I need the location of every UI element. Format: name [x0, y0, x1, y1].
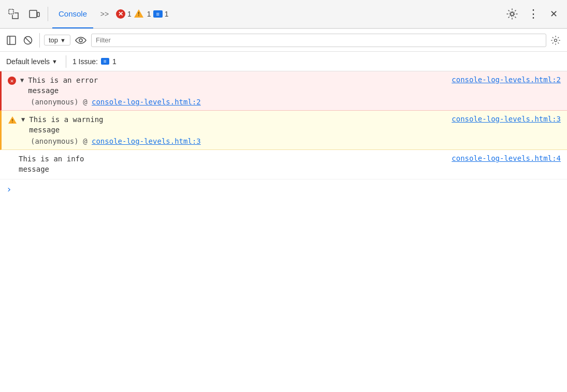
issues-prefix: 1 Issue:: [72, 57, 98, 66]
toolbar-divider-1: [48, 7, 48, 21]
warning-count: 1: [147, 10, 151, 18]
warning-icon: !: [8, 116, 17, 126]
info-source-link[interactable]: console-log-levels.html:4: [452, 154, 561, 162]
info-count-icon: ≡: [153, 10, 163, 18]
issues-badge: 1 Issue: ≡ 1: [72, 57, 117, 66]
console-area: ✕ ▼ This is an errormessage console-log-…: [0, 71, 567, 199]
warning-stack-prefix: (anonymous) @: [31, 137, 92, 145]
svg-rect-1: [30, 10, 37, 18]
settings-gear-btn[interactable]: [503, 5, 521, 23]
more-options-icon: ⋮: [528, 7, 539, 21]
error-message-text: This is an errormessage: [28, 76, 447, 96]
prompt-row: ›: [0, 179, 567, 199]
svg-text:!: !: [138, 11, 139, 17]
more-tabs-btn[interactable]: >>: [95, 5, 114, 23]
info-message-text: This is an infomessage: [6, 154, 447, 174]
sidebar-icon: [7, 36, 16, 45]
error-stack-link[interactable]: console-log-levels.html:2: [92, 98, 201, 106]
prompt-caret-icon[interactable]: ›: [6, 184, 12, 194]
info-count: 1: [165, 10, 169, 18]
toolbar-divider-2: [39, 33, 40, 48]
error-expand-arrow[interactable]: ▼: [20, 77, 24, 84]
top-toolbar: Console >> ✕ 1 ! 1 ≡ 1 ⋮: [0, 0, 567, 29]
info-badge: ≡ 1: [153, 10, 169, 18]
more-options-btn[interactable]: ⋮: [524, 5, 542, 23]
inspect-icon: [8, 8, 19, 20]
svg-rect-0: [9, 9, 13, 14]
warning-message-row: ! ▼ This is a warningmessage console-log…: [0, 111, 567, 150]
ban-icon: [23, 36, 33, 45]
error-count: 1: [127, 10, 132, 18]
default-levels-btn[interactable]: Default levels ▼: [4, 57, 60, 66]
warning-stack-link[interactable]: console-log-levels.html:3: [92, 137, 201, 145]
console-toolbar: top ▼: [0, 29, 567, 52]
warning-stack-trace: (anonymous) @ console-log-levels.html:3: [8, 137, 561, 145]
svg-point-5: [511, 12, 514, 16]
warning-source-link[interactable]: console-log-levels.html:3: [452, 115, 561, 123]
eye-icon: [75, 36, 86, 44]
device-icon: [28, 8, 40, 20]
dropdown-arrow-icon: ▼: [60, 37, 66, 43]
warning-triangle-icon: !: [134, 9, 144, 20]
filter-input[interactable]: [91, 34, 546, 47]
error-icon: ✕: [8, 77, 16, 85]
warning-expand-arrow[interactable]: ▼: [21, 116, 25, 123]
chevron-right-icon: >>: [100, 10, 109, 18]
close-icon: ✕: [550, 8, 558, 20]
tab-console[interactable]: Console: [52, 0, 93, 28]
levels-bar: Default levels ▼ 1 Issue: ≡ 1: [0, 52, 567, 71]
error-stack-trace: (anonymous) @ console-log-levels.html:2: [8, 98, 561, 106]
issues-count: 1: [112, 57, 117, 66]
svg-point-12: [555, 39, 557, 41]
error-badge: ✕ 1: [116, 9, 132, 19]
device-toggle-btn[interactable]: [25, 5, 43, 23]
inspect-icon-btn[interactable]: [4, 5, 23, 23]
error-stack-prefix: (anonymous) @: [31, 98, 92, 106]
warning-badge: ! 1: [134, 9, 151, 20]
svg-text:!: !: [11, 118, 13, 124]
error-source-link[interactable]: console-log-levels.html:2: [452, 76, 561, 84]
svg-point-11: [79, 39, 82, 42]
context-selector[interactable]: top ▼: [44, 35, 70, 46]
console-gear-icon: [550, 35, 561, 46]
levels-divider: [66, 55, 66, 68]
info-message-row: This is an infomessage console-log-level…: [0, 150, 567, 179]
sidebar-toggle-btn[interactable]: [4, 33, 19, 48]
error-message-row: ✕ ▼ This is an errormessage console-log-…: [0, 71, 567, 111]
svg-rect-2: [37, 12, 39, 17]
levels-dropdown-icon: ▼: [52, 58, 57, 65]
default-levels-label: Default levels: [6, 57, 50, 66]
error-count-icon: ✕: [116, 9, 125, 19]
live-expressions-btn[interactable]: [72, 33, 89, 48]
gear-icon: [506, 8, 518, 20]
context-label: top: [49, 36, 58, 44]
clear-console-btn[interactable]: [21, 33, 35, 48]
svg-rect-7: [7, 36, 16, 44]
svg-line-10: [25, 37, 31, 43]
console-settings-btn[interactable]: [548, 33, 563, 48]
warning-message-text: This is a warningmessage: [29, 115, 447, 135]
issues-icon: ≡: [101, 58, 109, 65]
close-devtools-btn[interactable]: ✕: [544, 5, 563, 23]
